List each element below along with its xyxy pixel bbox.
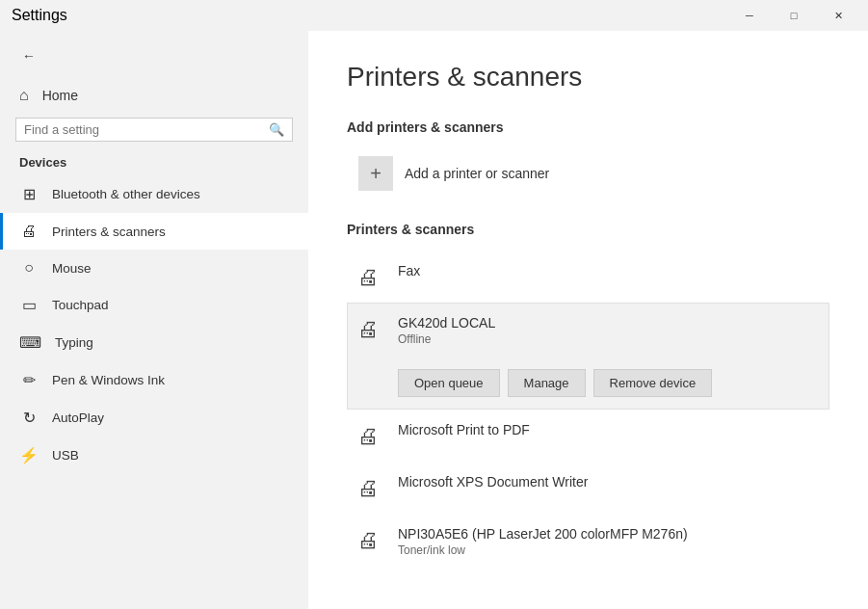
home-icon: ⌂ <box>19 87 29 104</box>
search-box: 🔍 <box>15 118 293 142</box>
plus-icon: + <box>358 156 393 191</box>
sidebar-item-label: Mouse <box>52 261 92 276</box>
back-button[interactable]: ← <box>15 42 42 69</box>
sidebar: ← ⌂ Home 🔍 Devices ⊞ Bluetooth & other d… <box>0 31 308 609</box>
maximize-button[interactable]: □ <box>772 0 816 31</box>
printer-info-gk420d: GK420d LOCAL Offline <box>398 315 495 346</box>
printer-name-gk420d: GK420d LOCAL <box>398 315 495 331</box>
titlebar-controls: ─ □ ✕ <box>727 0 860 31</box>
bluetooth-icon: ⊞ <box>19 185 39 203</box>
printer-info-xps: Microsoft XPS Document Writer <box>398 474 588 490</box>
sidebar-item-typing[interactable]: ⌨ Typing <box>0 324 308 361</box>
printers-section-title: Printers & scanners <box>347 222 829 237</box>
sidebar-item-label: Printers & scanners <box>52 225 166 239</box>
search-icon: 🔍 <box>269 122 284 137</box>
gk420d-icon: 🖨 <box>357 317 384 342</box>
printer-nav-icon: 🖨 <box>19 223 39 240</box>
sidebar-item-touchpad[interactable]: ▭ Touchpad <box>0 286 308 324</box>
printer-info-mspdf: Microsoft Print to PDF <box>398 422 530 437</box>
sidebar-item-mouse[interactable]: ○ Mouse <box>0 250 308 286</box>
add-section-title: Add printers & scanners <box>347 119 829 135</box>
sidebar-item-label: Typing <box>55 335 93 350</box>
sidebar-section-label: Devices <box>0 149 308 175</box>
sidebar-item-label: AutoPlay <box>52 410 104 425</box>
sidebar-item-pen[interactable]: ✏ Pen & Windows Ink <box>0 361 308 399</box>
add-printer-label: Add a printer or scanner <box>405 166 549 181</box>
sidebar-item-label: Pen & Windows Ink <box>52 373 165 387</box>
printer-name-xps: Microsoft XPS Document Writer <box>398 474 588 490</box>
typing-icon: ⌨ <box>19 333 41 352</box>
xps-icon: 🖨 <box>357 476 384 501</box>
sidebar-item-home[interactable]: ⌂ Home <box>0 77 308 114</box>
printer-item-top-mspdf: 🖨 Microsoft Print to PDF <box>357 422 819 449</box>
printer-item-npi[interactable]: 🖨 NPI30A5E6 (HP LaserJet 200 colorMFP M2… <box>347 514 829 569</box>
app-body: ← ⌂ Home 🔍 Devices ⊞ Bluetooth & other d… <box>0 31 868 609</box>
printer-name: Fax <box>398 263 420 278</box>
close-button[interactable]: ✕ <box>816 0 860 31</box>
titlebar-left: Settings <box>0 7 67 24</box>
sidebar-item-label: Bluetooth & other devices <box>52 187 200 201</box>
printer-list: 🖨 Fax 🖨 GK420d LOCAL Offline Open queue <box>347 251 829 569</box>
autoplay-icon: ↻ <box>19 409 39 427</box>
printer-info-npi: NPI30A5E6 (HP LaserJet 200 colorMFP M276… <box>398 526 688 557</box>
manage-button[interactable]: Manage <box>508 369 586 397</box>
titlebar: Settings ─ □ ✕ <box>0 0 868 31</box>
printer-item-top: 🖨 Fax <box>357 263 819 290</box>
printer-status-gk420d: Offline <box>398 332 495 346</box>
content-area: Printers & scanners Add printers & scann… <box>308 31 868 609</box>
printer-item-gk420d[interactable]: 🖨 GK420d LOCAL Offline Open queue Manage… <box>347 303 829 410</box>
printer-name-mspdf: Microsoft Print to PDF <box>398 422 530 437</box>
printer-info: Fax <box>398 263 420 278</box>
remove-device-button[interactable]: Remove device <box>593 369 713 397</box>
printer-item-top-xps: 🖨 Microsoft XPS Document Writer <box>357 474 819 501</box>
fax-icon: 🖨 <box>357 265 384 290</box>
mspdf-icon: 🖨 <box>357 424 384 449</box>
add-printer-button[interactable]: + Add a printer or scanner <box>347 148 829 199</box>
sidebar-item-printers[interactable]: 🖨 Printers & scanners <box>0 213 308 250</box>
sidebar-nav-top: ← <box>0 35 308 77</box>
settings-window-title: Settings <box>12 7 67 24</box>
pen-icon: ✏ <box>19 371 39 389</box>
printer-item-fax[interactable]: 🖨 Fax <box>347 251 829 303</box>
sidebar-item-bluetooth[interactable]: ⊞ Bluetooth & other devices <box>0 175 308 213</box>
npi-icon: 🖨 <box>357 528 384 553</box>
touchpad-icon: ▭ <box>19 296 39 314</box>
printer-name-npi: NPI30A5E6 (HP LaserJet 200 colorMFP M276… <box>398 526 688 542</box>
search-input[interactable] <box>24 122 263 137</box>
sidebar-item-label: USB <box>52 448 79 463</box>
usb-icon: ⚡ <box>19 446 39 464</box>
mouse-icon: ○ <box>19 259 39 277</box>
printer-item-top-npi: 🖨 NPI30A5E6 (HP LaserJet 200 colorMFP M2… <box>357 526 819 557</box>
minimize-button[interactable]: ─ <box>727 0 772 31</box>
sidebar-item-autoplay[interactable]: ↻ AutoPlay <box>0 399 308 437</box>
home-label: Home <box>42 88 78 103</box>
sidebar-item-label: Touchpad <box>52 298 109 312</box>
page-title: Printers & scanners <box>347 62 829 93</box>
open-queue-button[interactable]: Open queue <box>398 369 500 397</box>
sidebar-item-usb[interactable]: ⚡ USB <box>0 437 308 474</box>
printer-actions-gk420d: Open queue Manage Remove device <box>398 369 712 397</box>
printer-item-xps[interactable]: 🖨 Microsoft XPS Document Writer <box>347 462 829 514</box>
printer-item-mspdf[interactable]: 🖨 Microsoft Print to PDF <box>347 410 829 462</box>
printer-status-npi: Toner/ink low <box>398 543 688 557</box>
printer-item-top-gk420d: 🖨 GK420d LOCAL Offline <box>357 315 819 346</box>
